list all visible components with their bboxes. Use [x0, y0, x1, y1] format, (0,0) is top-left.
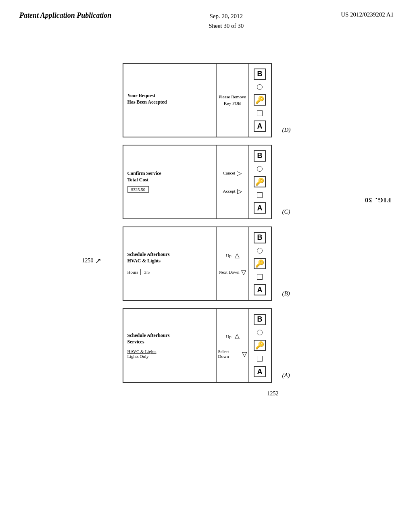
button-b-d[interactable]: B [254, 69, 266, 80]
panel-b-hours: Hours 3.5 [127, 268, 212, 276]
panel-a-item2: Lights Only [127, 354, 212, 359]
pub-date: Sep. 20, 2012 [209, 13, 243, 19]
panel-b-right: B 🔑 A [249, 227, 271, 300]
device-panel-a: Schedule AfterhoursServices HAVC & Light… [123, 308, 272, 383]
button-b-a[interactable]: B [254, 314, 266, 325]
panel-a-left: Schedule AfterhoursServices HAVC & Light… [123, 309, 217, 382]
hours-value: 3.5 [140, 269, 153, 275]
button-b-c[interactable]: B [254, 150, 266, 162]
button-circle-b[interactable] [257, 248, 263, 254]
panel-b-middle: Up ▷ Next Down ▽ [217, 227, 249, 300]
panel-row-d: Your RequestHas Been Accepted Please Rem… [123, 63, 291, 137]
button-b-b[interactable]: B [254, 232, 266, 243]
button-square-b[interactable] [257, 274, 263, 280]
panel-a-right: B 🔑 A [249, 309, 271, 382]
panel-row-c: Confirm ServiceTotal Cost $325.50 Cancel… [123, 145, 291, 219]
device-panel-d: Your RequestHas Been Accepted Please Rem… [123, 63, 272, 137]
patent-number: US 2012/0239202 A1 [341, 11, 394, 18]
panel-row-a: Schedule AfterhoursServices HAVC & Light… [123, 308, 291, 383]
hours-label: Hours [127, 270, 138, 274]
up-btn-a[interactable]: Up ▷ [226, 332, 238, 340]
panel-d-title: Your RequestHas Been Accepted [127, 93, 212, 105]
button-square-a[interactable] [257, 356, 263, 362]
panel-c-middle: Cancel ▷ Accept ▷ [217, 145, 249, 218]
main-content: FIG. 30 1250 ↗ Your RequestHas Been Acce… [0, 31, 413, 383]
button-a-a[interactable]: A [254, 366, 266, 377]
button-a-b[interactable]: A [254, 284, 266, 295]
button-a-d[interactable]: A [254, 121, 266, 132]
panel-b-label: (B) [282, 290, 290, 297]
button-key-c[interactable]: 🔑 [254, 176, 266, 187]
device-panel-b: Schedule AfterhoursHVAC & Lights Hours 3… [123, 227, 272, 301]
panel-a-label: (A) [282, 372, 290, 379]
page-header: Patent Application Publication Sep. 20, … [0, 0, 413, 31]
up-btn-b[interactable]: Up ▷ [226, 252, 238, 260]
button-key-d[interactable]: 🔑 [254, 94, 266, 106]
panel-d-right: B 🔑 A [249, 64, 271, 137]
publication-title: Patent Application Publication [19, 11, 111, 20]
button-circle-d[interactable] [257, 84, 263, 90]
header-center: Sep. 20, 2012 Sheet 30 of 30 [209, 11, 244, 31]
panel-d-middle: Please RemoveKey FOB [217, 64, 249, 137]
ref-1252-label: 1252 [267, 391, 278, 397]
panel-b-left: Schedule AfterhoursHVAC & Lights Hours 3… [123, 227, 217, 300]
cancel-btn-c[interactable]: Cancel ▷ [223, 169, 242, 177]
panel-a-title: Schedule AfterhoursServices [127, 332, 212, 345]
panel-c-label: (C) [282, 208, 290, 215]
panel-a-items: HAVC & Lights Lights Only [127, 349, 212, 359]
sheet-info: Sheet 30 of 30 [209, 23, 244, 29]
panel-a-middle: Up ▷ Select Down ▽ [217, 309, 249, 382]
figure-label: FIG. 30 [364, 196, 391, 204]
panel-c-right: B 🔑 A [249, 145, 271, 218]
cost-value: $325.50 [127, 186, 149, 193]
button-circle-c[interactable] [257, 166, 263, 172]
panel-c-title: Confirm ServiceTotal Cost [127, 170, 212, 183]
accept-btn-c[interactable]: Accept ▷ [223, 187, 242, 195]
button-a-c[interactable]: A [254, 202, 266, 214]
button-circle-a[interactable] [257, 330, 263, 335]
button-key-a[interactable]: 🔑 [254, 340, 266, 351]
panel-d-label: (D) [282, 127, 291, 133]
panel-row-b: Schedule AfterhoursHVAC & Lights Hours 3… [123, 227, 291, 301]
button-square-d[interactable] [257, 110, 263, 116]
panel-d-left: Your RequestHas Been Accepted [123, 64, 217, 137]
button-square-c[interactable] [257, 192, 263, 198]
next-down-btn-b[interactable]: Next Down ▽ [219, 268, 246, 276]
panel-b-title: Schedule AfterhoursHVAC & Lights [127, 251, 212, 264]
panel-c-left: Confirm ServiceTotal Cost $325.50 [123, 145, 217, 218]
panel-a-item1: HAVC & Lights [127, 349, 212, 354]
ref-1250-label: 1250 ↗ [82, 256, 101, 265]
device-panel-c: Confirm ServiceTotal Cost $325.50 Cancel… [123, 145, 272, 219]
select-down-btn-a[interactable]: Select Down ▽ [218, 349, 247, 359]
panel-c-cost-box: $325.50 [127, 185, 212, 193]
panels-container: 1250 ↗ Your RequestHas Been Accepted Ple… [123, 63, 291, 383]
button-key-b[interactable]: 🔑 [254, 258, 266, 269]
